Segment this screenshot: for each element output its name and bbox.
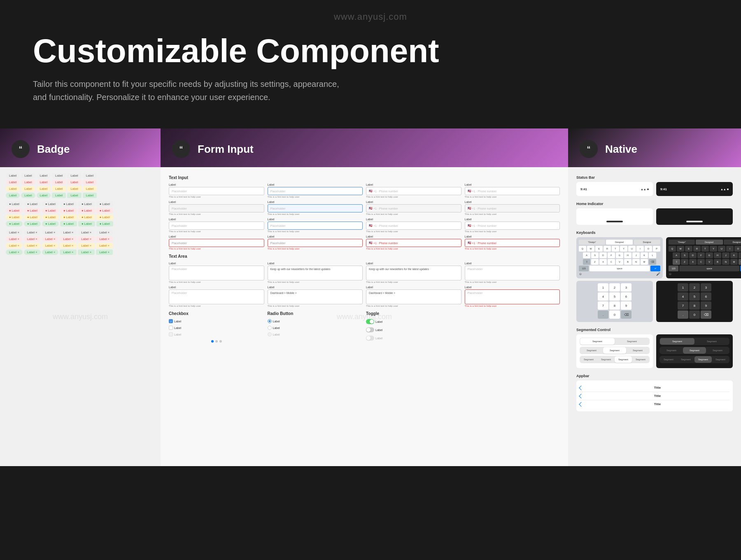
key-n-dark[interactable]: N: [722, 259, 729, 265]
seg-option[interactable]: Segment: [597, 356, 615, 363]
num-9-dark[interactable]: 9: [701, 301, 711, 310]
key-b-dark[interactable]: B: [714, 259, 721, 265]
seg-option[interactable]: Segment: [615, 338, 649, 345]
key-j-dark[interactable]: J: [722, 252, 729, 258]
key-q-dark[interactable]: Q: [669, 246, 676, 252]
key-space[interactable]: space: [590, 266, 650, 271]
key-y-dark[interactable]: Y: [710, 246, 717, 252]
key-l[interactable]: L: [649, 252, 656, 258]
num-5-dark[interactable]: 5: [689, 292, 700, 301]
radio[interactable]: [268, 326, 272, 330]
seg-option-dark[interactable]: Segment: [683, 347, 706, 354]
num-9[interactable]: 9: [621, 301, 631, 310]
key-y[interactable]: Y: [620, 246, 627, 252]
key-x[interactable]: X: [599, 259, 607, 265]
num-dot-dark[interactable]: .: [678, 310, 688, 319]
key-delete[interactable]: ⌫: [649, 259, 656, 265]
checkbox[interactable]: [169, 326, 173, 330]
key-g-dark[interactable]: G: [706, 252, 713, 258]
num-4[interactable]: 4: [598, 292, 608, 301]
num-0[interactable]: 0: [609, 310, 620, 319]
key-d[interactable]: D: [599, 252, 607, 258]
key-b[interactable]: B: [624, 259, 631, 265]
key-z-dark[interactable]: Z: [681, 259, 688, 265]
key-x-dark[interactable]: X: [689, 259, 697, 265]
key-q[interactable]: Q: [579, 246, 586, 252]
key-f[interactable]: F: [608, 252, 615, 258]
key-r[interactable]: R: [604, 246, 611, 252]
key-g[interactable]: G: [616, 252, 623, 258]
key-l-dark[interactable]: L: [739, 252, 741, 258]
key-w-dark[interactable]: W: [677, 246, 684, 252]
key-h[interactable]: H: [624, 252, 631, 258]
seg-option-dark[interactable]: Segment: [660, 356, 677, 363]
key-c-dark[interactable]: C: [697, 259, 705, 265]
key-h-dark[interactable]: H: [714, 252, 721, 258]
key-v-dark[interactable]: V: [706, 259, 713, 265]
key-i-dark[interactable]: I: [726, 246, 734, 252]
key-k-dark[interactable]: K: [730, 252, 738, 258]
num-8[interactable]: 8: [609, 301, 620, 310]
key-123-dark[interactable]: 123: [669, 266, 678, 271]
key-u[interactable]: U: [628, 246, 636, 252]
seg-option[interactable]: Segment: [632, 356, 649, 363]
num-3[interactable]: 3: [621, 283, 631, 292]
seg-option[interactable]: Segment: [580, 356, 597, 363]
key-delete-dark[interactable]: ⌫: [739, 259, 741, 265]
key-z[interactable]: Z: [591, 259, 599, 265]
key-t-dark[interactable]: T: [701, 246, 709, 252]
checkbox[interactable]: ✓: [169, 319, 173, 323]
key-shift-dark[interactable]: ⇧: [673, 259, 680, 265]
num-del-dark[interactable]: ⌫: [701, 310, 711, 319]
seg-option-dark[interactable]: Segment: [712, 356, 729, 363]
num-3-dark[interactable]: 3: [701, 283, 711, 292]
seg-option[interactable]: Segment: [580, 338, 615, 345]
toggle[interactable]: [366, 327, 374, 332]
num-0-dark[interactable]: 0: [689, 310, 700, 319]
key-m-dark[interactable]: M: [730, 259, 738, 265]
key-k[interactable]: K: [641, 252, 648, 258]
key-u-dark[interactable]: U: [718, 246, 725, 252]
key-p[interactable]: P: [653, 246, 660, 252]
seg-option-dark[interactable]: Segment: [706, 347, 729, 354]
num-6-dark[interactable]: 6: [701, 292, 711, 301]
key-r-dark[interactable]: R: [693, 246, 701, 252]
seg-option[interactable]: Segment: [615, 356, 632, 363]
num-7-dark[interactable]: 7: [678, 301, 688, 310]
key-e-dark[interactable]: E: [685, 246, 692, 252]
key-123[interactable]: 123: [579, 266, 589, 271]
seg-option-dark[interactable]: Segment: [694, 356, 712, 363]
key-space-dark[interactable]: space: [679, 266, 739, 271]
key-shift[interactable]: ⇧: [583, 259, 590, 265]
back-icon[interactable]: [579, 394, 583, 398]
key-a-dark[interactable]: A: [673, 252, 680, 258]
key-i[interactable]: I: [636, 246, 644, 252]
num-4-dark[interactable]: 4: [678, 292, 688, 301]
key-return[interactable]: ↵: [650, 266, 660, 271]
toggle[interactable]: [366, 319, 374, 324]
num-1-dark[interactable]: 1: [678, 283, 688, 292]
key-v[interactable]: V: [616, 259, 623, 265]
num-2[interactable]: 2: [609, 283, 620, 292]
key-c[interactable]: C: [608, 259, 615, 265]
key-o[interactable]: O: [645, 246, 652, 252]
num-del[interactable]: ⌫: [621, 310, 631, 319]
seg-option-dark[interactable]: Segment: [694, 338, 729, 345]
num-2-dark[interactable]: 2: [689, 283, 700, 292]
num-6[interactable]: 6: [621, 292, 631, 301]
key-o-dark[interactable]: O: [734, 246, 741, 252]
num-1[interactable]: 1: [598, 283, 608, 292]
key-a[interactable]: A: [583, 252, 590, 258]
radio[interactable]: [268, 319, 272, 323]
seg-option[interactable]: Segment: [626, 347, 649, 354]
key-w[interactable]: W: [587, 246, 594, 252]
seg-option-dark[interactable]: Segment: [677, 356, 694, 363]
num-5[interactable]: 5: [609, 292, 620, 301]
seg-option-dark[interactable]: Segment: [660, 347, 683, 354]
num-8-dark[interactable]: 8: [689, 301, 700, 310]
key-s-dark[interactable]: S: [681, 252, 688, 258]
key-e[interactable]: E: [595, 246, 603, 252]
key-t[interactable]: T: [612, 246, 619, 252]
key-d-dark[interactable]: D: [689, 252, 697, 258]
key-s[interactable]: S: [591, 252, 599, 258]
